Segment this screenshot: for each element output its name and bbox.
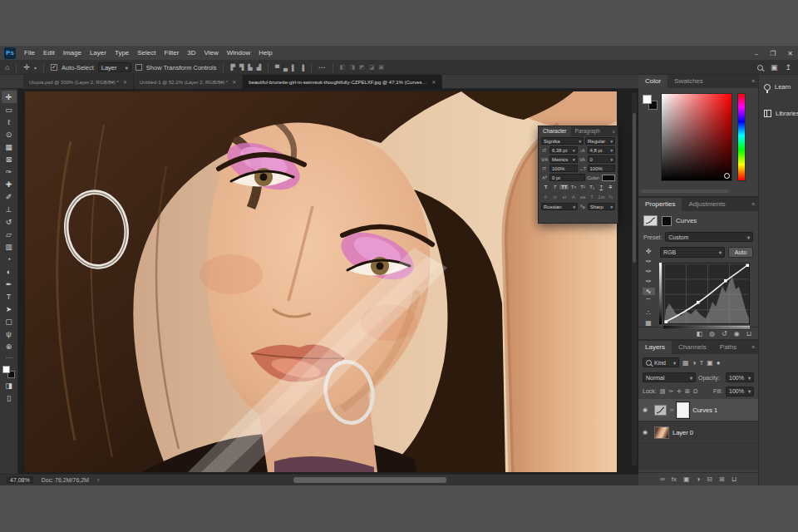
small-caps-button[interactable]: Tт [569, 185, 578, 190]
fractions-button[interactable]: ½ [606, 195, 615, 200]
baseline-shift-field[interactable]: 0 pt [549, 174, 585, 181]
preset-dropdown[interactable]: Custom▾ [665, 232, 753, 242]
panel-menu-icon[interactable]: ≡ [751, 344, 755, 350]
layer-style-fx-icon[interactable]: fx [672, 475, 677, 483]
layer-name[interactable]: Curves 1 [692, 406, 717, 414]
tab-close-icon[interactable]: ✕ [431, 79, 436, 85]
layer-row-image[interactable]: ◉ Layer 0 [638, 421, 758, 444]
tab-close-icon[interactable]: ✕ [123, 79, 127, 85]
document-tab[interactable]: Untitled-1 @ 52,2% (Layer 2, RGB/8#) * ✕ [134, 75, 244, 89]
tab-adjustments[interactable]: Adjustments [682, 198, 732, 211]
swash-button[interactable]: A [569, 195, 578, 200]
search-icon[interactable] [757, 65, 763, 71]
tool-zoom[interactable]: ⊕ [2, 340, 17, 352]
distribute-bottom-icon[interactable]: ▄ [283, 65, 288, 71]
tool-hand[interactable]: ψ [2, 328, 17, 340]
tool-move[interactable]: ✛ [2, 91, 17, 103]
lock-pixels-icon[interactable]: ✑ [668, 388, 673, 395]
tab-layers[interactable]: Layers [638, 341, 672, 354]
portrait-photo[interactable] [25, 91, 617, 472]
delete-layer-icon[interactable]: ⊔ [732, 475, 736, 483]
delete-icon[interactable]: ⊔ [746, 330, 751, 337]
white-point-eyedropper-icon[interactable]: ✑ [643, 278, 655, 285]
menu-file[interactable]: File [20, 46, 39, 61]
lock-artboard-icon[interactable]: ⊞ [685, 388, 690, 395]
vertical-scale-field[interactable]: 100% [549, 165, 578, 172]
panel-menu-icon[interactable]: ≡ [613, 129, 615, 134]
all-caps-button[interactable]: TT [559, 185, 569, 190]
tool-quick-select[interactable]: ⊙ [2, 128, 17, 140]
stylistic-alternates-button[interactable]: aa [579, 195, 588, 200]
panel-menu-icon[interactable]: ≡ [751, 201, 755, 207]
new-group-icon[interactable]: ⊟ [707, 475, 712, 483]
quick-mask-icon[interactable]: ◨ [2, 379, 17, 392]
filter-kind-dropdown[interactable]: Kind▾ [643, 357, 679, 367]
lock-transparency-icon[interactable]: ▨ [660, 388, 666, 395]
faux-italic-button[interactable]: T [550, 185, 559, 190]
more-align-options-icon[interactable]: ⋯ [318, 61, 326, 75]
foreground-color[interactable] [2, 366, 10, 373]
share-icon[interactable]: ↥ [785, 61, 791, 75]
discretionary-ligatures-button[interactable]: st [559, 195, 569, 200]
auto-button[interactable]: Auto [728, 247, 753, 258]
add-mask-icon[interactable]: ▣ [683, 475, 690, 483]
smooth-curve-icon[interactable]: ∴ [643, 309, 655, 317]
menu-image[interactable]: Image [59, 46, 86, 61]
rail-item-learn[interactable]: Learn [764, 83, 791, 91]
menu-help[interactable]: Help [254, 46, 276, 61]
tool-type[interactable]: T [2, 290, 17, 303]
3d-mode-icon[interactable]: ◪ [369, 64, 375, 71]
layer-name[interactable]: Layer 0 [672, 429, 693, 436]
tool-frame[interactable]: ⊠ [2, 153, 17, 165]
anti-alias-dropdown[interactable]: Sharp▾ [588, 203, 615, 210]
workspace-icon[interactable]: ▣ [771, 61, 778, 75]
menu-type[interactable]: Type [111, 46, 133, 61]
show-transform-checkbox[interactable] [135, 64, 142, 71]
clip-to-layer-icon[interactable]: ◧ [697, 330, 703, 337]
3d-mode-icon[interactable]: ▣ [378, 64, 384, 71]
blend-mode-dropdown[interactable]: Normal▾ [643, 372, 696, 382]
document-tab[interactable]: Utopia.psd @ 300% (Layer 2, RGB/8#) * ✕ [23, 75, 134, 89]
gray-point-eyedropper-icon[interactable]: ✑ [643, 268, 655, 275]
superscript-button[interactable]: T¹ [579, 185, 588, 190]
horizontal-scrollbar-thumb[interactable] [293, 477, 446, 483]
faux-bold-button[interactable]: T [541, 185, 550, 190]
3d-mode-icon[interactable]: ◩ [359, 64, 365, 71]
filter-adjustment-layers-icon[interactable]: ◑ [692, 359, 697, 367]
foreground-color[interactable] [643, 95, 652, 104]
tool-history-brush[interactable]: ↺ [2, 215, 17, 228]
tool-eraser[interactable]: ▱ [2, 228, 17, 240]
saturation-brightness-field[interactable] [661, 93, 732, 181]
filter-toggle-icon[interactable]: ● [717, 359, 721, 367]
tab-swatches[interactable]: Swatches [667, 75, 710, 88]
align-top-icon[interactable]: ▟ [257, 64, 261, 71]
align-center-h-icon[interactable]: ▜ [239, 64, 244, 71]
tool-dodge[interactable]: ◐ [2, 265, 17, 278]
menu-window[interactable]: Window [223, 46, 254, 61]
contextual-alternates-button[interactable]: ơ [550, 195, 559, 200]
horizontal-scale-field[interactable]: 100% [588, 165, 616, 172]
3d-mode-icon[interactable]: ◧ [340, 64, 346, 71]
tool-shape[interactable]: ▢ [2, 315, 17, 328]
adjustment-layer-icon[interactable]: ◑ [697, 475, 701, 483]
tool-crop[interactable]: ▦ [2, 140, 17, 153]
lock-position-icon[interactable]: ✛ [677, 388, 682, 395]
font-size-field[interactable]: 6,38 pt▾ [549, 146, 578, 154]
3d-mode-icon[interactable]: ◨ [349, 64, 355, 71]
layer-thumbnail[interactable] [654, 426, 669, 439]
color-panel-scrollbar[interactable] [641, 190, 729, 193]
tab-close-icon[interactable]: ✕ [232, 79, 236, 85]
layer-visibility-eye-icon[interactable]: ◉ [643, 429, 651, 436]
curves-adjustment-thumbnail[interactable] [654, 405, 667, 416]
filter-type-layers-icon[interactable]: T [699, 359, 703, 367]
link-layers-icon[interactable]: ∞ [660, 475, 665, 483]
subscript-button[interactable]: T₁ [588, 185, 597, 190]
auto-select-target-dropdown[interactable]: Layer▾ [98, 62, 131, 72]
draw-curve-icon[interactable]: ⌒ [643, 298, 655, 307]
tab-character[interactable]: Character [539, 126, 571, 136]
fill-field[interactable]: 100%▾ [726, 387, 754, 397]
panel-menu-icon[interactable]: ≡ [751, 78, 755, 84]
mask-link-icon[interactable]: ∞ [670, 407, 673, 412]
minimize-icon[interactable]: – [755, 50, 758, 57]
tab-paths[interactable]: Paths [713, 341, 743, 354]
